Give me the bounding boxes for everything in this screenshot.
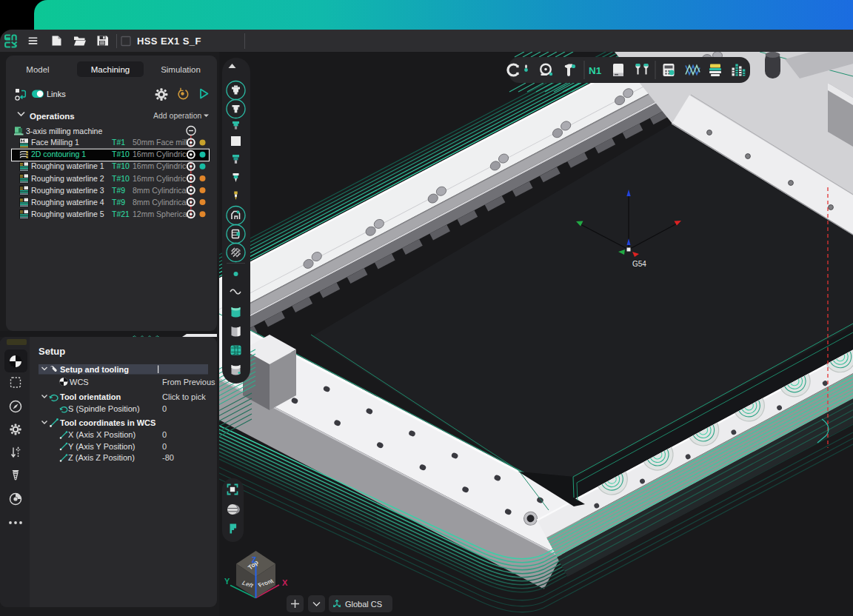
svg-text:16mm Cylindric: 16mm Cylindric	[133, 150, 186, 158]
svg-text:Roughing waterline 3: Roughing waterline 3	[31, 186, 104, 195]
svg-text:T#10: T#10	[112, 161, 130, 170]
svg-text:3-axis milling machine: 3-axis milling machine	[26, 127, 102, 135]
svg-text:Roughing waterline 4: Roughing waterline 4	[31, 198, 104, 207]
svg-text:16mm Cylindric: 16mm Cylindric	[133, 174, 186, 183]
svg-text:WCS: WCS	[70, 378, 89, 386]
svg-text:-80: -80	[162, 453, 174, 462]
svg-text:S (Spindle Position): S (Spindle Position)	[68, 404, 140, 413]
svg-text:Roughing waterline 5: Roughing waterline 5	[31, 210, 104, 218]
svg-text:Tool orientation: Tool orientation	[60, 392, 121, 401]
svg-text:From Previous: From Previous	[162, 378, 215, 386]
svg-text:T#10: T#10	[112, 174, 130, 183]
svg-text:8mm Cylindrical: 8mm Cylindrical	[133, 186, 188, 195]
svg-text:16mm Cylindric: 16mm Cylindric	[133, 161, 186, 170]
svg-text:Z (Axis Z Position): Z (Axis Z Position)	[68, 453, 135, 462]
svg-text:0: 0	[162, 430, 167, 439]
svg-text:X (Axis X Position): X (Axis X Position)	[68, 430, 136, 439]
svg-text:T#1: T#1	[112, 138, 125, 147]
svg-text:Simulation: Simulation	[161, 65, 201, 74]
svg-text:T#9: T#9	[112, 186, 125, 195]
svg-text:Click to pick: Click to pick	[162, 392, 206, 401]
svg-text:Tool coordinates in WCS: Tool coordinates in WCS	[60, 418, 155, 427]
svg-text:Roughing waterline 2: Roughing waterline 2	[31, 174, 104, 183]
svg-text:50mm Face mill: 50mm Face mill	[133, 138, 187, 147]
svg-text:2D contouring 1: 2D contouring 1	[31, 150, 86, 158]
svg-text:Roughing waterline 1: Roughing waterline 1	[31, 161, 104, 170]
svg-text:Model: Model	[26, 65, 49, 74]
svg-text:Setup: Setup	[39, 346, 65, 357]
svg-text:Machining: Machining	[91, 65, 130, 74]
svg-text:T#21: T#21	[112, 210, 130, 218]
svg-text:8mm Cylindrical: 8mm Cylindrical	[133, 198, 188, 207]
svg-text:Face Milling 1: Face Milling 1	[31, 138, 79, 147]
svg-text:Add operation: Add operation	[153, 111, 202, 120]
svg-text:Links: Links	[47, 90, 66, 98]
svg-text:12mm Spherica: 12mm Spherica	[133, 210, 187, 218]
svg-text:G54: G54	[632, 260, 646, 268]
svg-text:HSS EX1 S_F: HSS EX1 S_F	[137, 36, 201, 47]
svg-text:0: 0	[162, 442, 167, 451]
svg-text:T#9: T#9	[112, 198, 125, 207]
svg-text:Y (Axis Y Position): Y (Axis Y Position)	[68, 442, 136, 451]
svg-text:0: 0	[162, 404, 167, 413]
svg-text:T#10: T#10	[112, 150, 130, 158]
svg-text:Operations: Operations	[30, 112, 75, 121]
svg-text:Setup and tooling: Setup and tooling	[60, 365, 129, 374]
